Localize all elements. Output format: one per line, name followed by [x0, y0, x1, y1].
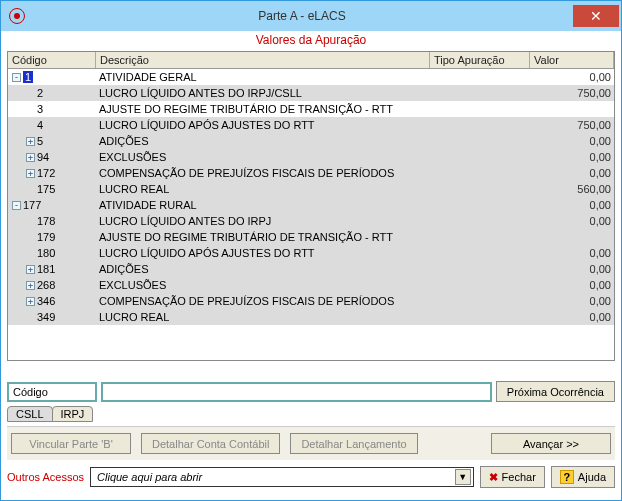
desc-cell: ATIVIDADE RURAL — [96, 199, 430, 211]
table-row[interactable]: +268EXCLUSÕES0,00 — [8, 277, 614, 293]
col-codigo[interactable]: Código — [8, 52, 96, 68]
col-descricao[interactable]: Descrição — [96, 52, 430, 68]
outros-acessos-combo[interactable]: Clique aqui para abrir ▼ — [90, 467, 474, 487]
table-row[interactable]: +94EXCLUSÕES0,00 — [8, 149, 614, 165]
table-row[interactable]: 175LUCRO REAL560,00 — [8, 181, 614, 197]
expand-icon[interactable]: + — [26, 137, 35, 146]
code-value: 94 — [37, 151, 49, 163]
code-value: 346 — [37, 295, 55, 307]
desc-cell: COMPENSAÇÃO DE PREJUÍZOS FISCAIS DE PERÍ… — [96, 167, 430, 179]
table-row[interactable]: +346COMPENSAÇÃO DE PREJUÍZOS FISCAIS DE … — [8, 293, 614, 309]
code-cell: -177 — [8, 199, 96, 211]
table-row[interactable]: 2LUCRO LÍQUIDO ANTES DO IRPJ/CSLL750,00 — [8, 85, 614, 101]
tab-strip: CSLL IRPJ — [7, 406, 615, 422]
next-occurrence-label: Próxima Ocorrência — [507, 386, 604, 398]
app-window: Parte A - eLACS ✕ Valores da Apuração Có… — [0, 0, 622, 501]
expand-icon[interactable]: + — [26, 169, 35, 178]
next-occurrence-button[interactable]: Próxima Ocorrência — [496, 381, 615, 402]
grid: Código Descrição Tipo Apuração Valor -1A… — [7, 51, 615, 361]
table-row[interactable]: +5ADIÇÕES0,00 — [8, 133, 614, 149]
code-cell: +268 — [8, 279, 96, 291]
search-input[interactable] — [101, 382, 492, 402]
valor-cell: 0,00 — [530, 247, 614, 259]
expand-icon[interactable]: + — [26, 153, 35, 162]
table-row[interactable]: -1ATIVIDADE GERAL0,00 — [8, 69, 614, 85]
valor-cell: 0,00 — [530, 135, 614, 147]
collapse-icon[interactable]: - — [12, 73, 21, 82]
search-label-box: Código — [7, 382, 97, 402]
table-row[interactable]: 4LUCRO LÍQUIDO APÓS AJUSTES DO RTT750,00 — [8, 117, 614, 133]
code-value: 178 — [37, 215, 55, 227]
code-cell: 4 — [8, 119, 96, 131]
search-bar: Código Próxima Ocorrência — [7, 381, 615, 402]
code-cell: 179 — [8, 231, 96, 243]
code-value: 179 — [37, 231, 55, 243]
valor-cell: 0,00 — [530, 71, 614, 83]
combo-text: Clique aqui para abrir — [97, 471, 202, 483]
valor-cell: 0,00 — [530, 263, 614, 275]
code-value: 3 — [37, 103, 43, 115]
code-value: 175 — [37, 183, 55, 195]
col-tipo[interactable]: Tipo Apuração — [430, 52, 530, 68]
expand-icon[interactable]: + — [26, 281, 35, 290]
valor-cell: 0,00 — [530, 215, 614, 227]
table-row[interactable]: +181ADIÇÕES0,00 — [8, 261, 614, 277]
desc-cell: LUCRO REAL — [96, 311, 430, 323]
desc-cell: COMPENSAÇÃO DE PREJUÍZOS FISCAIS DE PERÍ… — [96, 295, 430, 307]
tab-csll[interactable]: CSLL — [7, 406, 53, 422]
valor-cell: 560,00 — [530, 183, 614, 195]
vincular-parte-b-button[interactable]: Vincular Parte 'B' — [11, 433, 131, 454]
help-icon: ? — [560, 470, 574, 484]
code-cell: +181 — [8, 263, 96, 275]
code-cell: 175 — [8, 183, 96, 195]
code-cell: +346 — [8, 295, 96, 307]
grid-header: Código Descrição Tipo Apuração Valor — [8, 52, 614, 69]
desc-cell: EXCLUSÕES — [96, 151, 430, 163]
avancar-button[interactable]: Avançar >> — [491, 433, 611, 454]
code-cell: 180 — [8, 247, 96, 259]
close-button[interactable]: ✕ — [573, 5, 619, 27]
code-value: 2 — [37, 87, 43, 99]
code-value: 268 — [37, 279, 55, 291]
code-value: 180 — [37, 247, 55, 259]
detalhar-lancamento-button[interactable]: Detalhar Lançamento — [290, 433, 417, 454]
desc-cell: LUCRO REAL — [96, 183, 430, 195]
grid-body[interactable]: -1ATIVIDADE GERAL0,002LUCRO LÍQUIDO ANTE… — [8, 69, 614, 360]
ajuda-label: Ajuda — [578, 471, 606, 483]
fechar-button[interactable]: ✖ Fechar — [480, 466, 545, 488]
outros-acessos-label: Outros Acessos — [7, 471, 84, 483]
tab-irpj[interactable]: IRPJ — [52, 406, 94, 422]
desc-cell: ATIVIDADE GERAL — [96, 71, 430, 83]
table-row[interactable]: 179AJUSTE DO REGIME TRIBUTÁRIO DE TRANSI… — [8, 229, 614, 245]
code-value: 177 — [23, 199, 41, 211]
ajuda-button[interactable]: ? Ajuda — [551, 466, 615, 488]
valor-cell: 0,00 — [530, 167, 614, 179]
table-row[interactable]: +172COMPENSAÇÃO DE PREJUÍZOS FISCAIS DE … — [8, 165, 614, 181]
code-value: 1 — [23, 71, 33, 83]
code-value: 5 — [37, 135, 43, 147]
table-row[interactable]: 349LUCRO REAL0,00 — [8, 309, 614, 325]
code-cell: 2 — [8, 87, 96, 99]
detalhar-conta-button[interactable]: Detalhar Conta Contábil — [141, 433, 280, 454]
code-cell: +172 — [8, 167, 96, 179]
desc-cell: LUCRO LÍQUIDO APÓS AJUSTES DO RTT — [96, 119, 430, 131]
desc-cell: ADIÇÕES — [96, 263, 430, 275]
table-row[interactable]: -177ATIVIDADE RURAL0,00 — [8, 197, 614, 213]
valor-cell: 0,00 — [530, 151, 614, 163]
code-value: 4 — [37, 119, 43, 131]
expand-icon[interactable]: + — [26, 297, 35, 306]
table-row[interactable]: 178LUCRO LÍQUIDO ANTES DO IRPJ0,00 — [8, 213, 614, 229]
app-icon — [9, 8, 25, 24]
chevron-down-icon: ▼ — [455, 469, 471, 485]
col-valor[interactable]: Valor — [530, 52, 614, 68]
code-cell: 3 — [8, 103, 96, 115]
table-row[interactable]: 180LUCRO LÍQUIDO APÓS AJUSTES DO RTT0,00 — [8, 245, 614, 261]
desc-cell: LUCRO LÍQUIDO APÓS AJUSTES DO RTT — [96, 247, 430, 259]
desc-cell: AJUSTE DO REGIME TRIBUTÁRIO DE TRANSIÇÃO… — [96, 231, 430, 243]
desc-cell: AJUSTE DO REGIME TRIBUTÁRIO DE TRANSIÇÃO… — [96, 103, 430, 115]
collapse-icon[interactable]: - — [12, 201, 21, 210]
table-row[interactable]: 3AJUSTE DO REGIME TRIBUTÁRIO DE TRANSIÇÃ… — [8, 101, 614, 117]
expand-icon[interactable]: + — [26, 265, 35, 274]
code-cell: +5 — [8, 135, 96, 147]
window-title: Parte A - eLACS — [31, 9, 573, 23]
